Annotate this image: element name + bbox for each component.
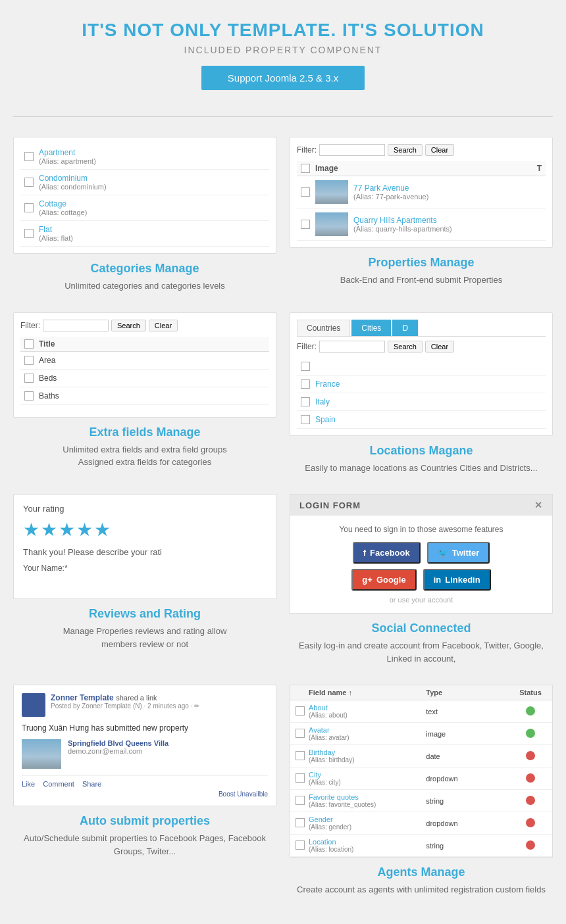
autosubmit-panel: Zonner Template shared a link Posted by … — [13, 685, 276, 806]
tab-cities[interactable]: Cities — [351, 320, 391, 336]
rating-placeholder: Thank you! Please describe your rati — [23, 547, 267, 557]
close-icon[interactable]: ✕ — [534, 500, 543, 510]
checkbox[interactable] — [296, 773, 305, 783]
status-red-icon — [526, 840, 535, 850]
fb-img-row: Springfield Blvd Queens Villa demo.zonr@… — [22, 739, 268, 769]
page-subtitle: INCLUDED PROPERTY COMPONENT — [13, 45, 553, 55]
fb-post-header: Zonner Template shared a link Posted by … — [22, 693, 268, 717]
fb-prop-title[interactable]: Springfield Blvd Queens Villa — [68, 739, 168, 747]
field-type: dropdown — [426, 819, 514, 827]
field-info: About (Alias: about) — [309, 704, 426, 719]
fb-actions: Like Comment Share — [22, 775, 268, 788]
social-feature-title: Social Connected — [290, 621, 553, 635]
country-name[interactable]: Spain — [315, 415, 336, 424]
table-row — [297, 358, 546, 376]
checkbox[interactable] — [296, 796, 305, 805]
extrafields-clear-btn[interactable]: Clear — [149, 320, 178, 331]
fb-like[interactable]: Like — [22, 780, 35, 788]
autosubmit-feature-title: Auto submit properties — [13, 814, 276, 828]
reviews-col: Your rating ★★★★★ Thank you! Please desc… — [13, 494, 276, 665]
table-row: Condominium (Alias: condominium) — [20, 170, 269, 195]
twitter-login-btn[interactable]: 🐦 Twitter — [427, 542, 490, 564]
checkbox[interactable] — [24, 374, 34, 383]
extrafields-panel: Filter: Search Clear Title Area Beds — [13, 312, 276, 418]
property-name[interactable]: 77 Park Avenue — [353, 183, 428, 193]
linkedin-login-btn[interactable]: in Linkedin — [423, 569, 491, 591]
tab-d[interactable]: D — [392, 320, 418, 336]
country-name[interactable]: France — [315, 379, 340, 389]
property-alias: (Alias: quarry-hills-apartments) — [353, 225, 452, 233]
properties-col: Filter: Search Clear Image T 77 Park Ave… — [290, 137, 553, 293]
your-rating-label: Your rating — [23, 504, 267, 514]
filter-label: Filter: — [297, 145, 317, 155]
field-status — [514, 840, 547, 851]
properties-filter-input[interactable] — [319, 144, 385, 156]
properties-clear-btn[interactable]: Clear — [425, 144, 454, 156]
checkbox[interactable] — [296, 818, 305, 827]
checkbox[interactable] — [24, 356, 34, 365]
feature-row-4: Zonner Template shared a link Posted by … — [13, 685, 553, 896]
checkbox[interactable] — [301, 397, 310, 406]
locations-col: Countries Cities D Filter: Search Clear … — [290, 312, 553, 475]
agents-feature-desc: Create account as agents with unlimited … — [290, 883, 553, 896]
checkbox[interactable] — [24, 178, 34, 187]
agents-row: Birthday (Alias: birthday) date — [290, 745, 552, 767]
extrafields-filter-input[interactable] — [43, 320, 109, 331]
fb-boost[interactable]: Boost Unavailble — [22, 790, 268, 798]
checkbox[interactable] — [24, 152, 34, 161]
checkbox[interactable] — [301, 187, 310, 197]
star-rating[interactable]: ★★★★★ — [23, 519, 267, 541]
tab-countries[interactable]: Countries — [297, 320, 350, 336]
category-name[interactable]: Apartment — [39, 148, 96, 157]
checkbox[interactable] — [296, 706, 305, 716]
locations-filter-input[interactable] — [319, 341, 385, 353]
table-row: Quarry Hills Apartments (Alias: quarry-h… — [297, 208, 546, 241]
country-name[interactable]: Italy — [315, 397, 330, 406]
checkbox[interactable] — [296, 751, 305, 760]
category-name[interactable]: Cottage — [39, 199, 87, 208]
checkbox[interactable] — [296, 729, 305, 738]
checkbox[interactable] — [301, 379, 310, 389]
agents-row: About (Alias: about) text — [290, 700, 552, 723]
checkbox[interactable] — [301, 362, 310, 371]
field-type: image — [426, 730, 514, 738]
property-name[interactable]: Quarry Hills Apartments — [353, 216, 452, 225]
extrafields-search-btn[interactable]: Search — [111, 320, 146, 331]
field-status — [514, 706, 547, 717]
google-login-btn[interactable]: g+ Google — [351, 569, 416, 591]
title-col: Title — [39, 339, 55, 349]
fb-share[interactable]: Share — [82, 780, 101, 788]
extrafields-feature-title: Extra fields Manage — [13, 426, 276, 439]
fb-action: shared a link — [116, 694, 157, 702]
checkbox[interactable] — [24, 339, 34, 349]
joomla-btn[interactable]: Support Joomla 2.5 & 3.x — [201, 66, 365, 90]
category-name[interactable]: Flat — [39, 225, 73, 234]
facebook-login-btn[interactable]: f Facebook — [353, 542, 421, 564]
fb-property-image — [22, 739, 61, 769]
property-thumbnail — [315, 180, 348, 204]
fb-comment[interactable]: Comment — [43, 780, 74, 788]
checkbox[interactable] — [296, 840, 305, 850]
locations-filter-bar: Filter: Search Clear — [297, 341, 546, 353]
checkbox[interactable] — [24, 391, 34, 401]
table-row: Baths — [20, 387, 269, 405]
checkbox[interactable] — [24, 203, 34, 212]
locations-search-btn[interactable]: Search — [388, 341, 423, 353]
table-row: Beds — [20, 370, 269, 387]
checkbox[interactable] — [301, 415, 310, 424]
autosubmit-feature-desc: Auto/Schedule submit properties to Faceb… — [13, 832, 276, 858]
checkbox[interactable] — [24, 229, 34, 238]
social-panel: LOGIN FORM ✕ You need to sign in to thos… — [290, 494, 553, 614]
header-type: Type — [426, 689, 514, 696]
locations-clear-btn[interactable]: Clear — [425, 341, 454, 353]
checkbox[interactable] — [301, 220, 310, 229]
properties-search-btn[interactable]: Search — [388, 144, 423, 156]
reviews-panel: Your rating ★★★★★ Thank you! Please desc… — [13, 494, 276, 599]
agents-panel: Field name ↑ Type Status About (Alias: a… — [290, 685, 553, 858]
agents-feature-title: Agents Manage — [290, 865, 553, 879]
login-title: LOGIN FORM — [299, 500, 361, 510]
checkbox[interactable] — [301, 164, 310, 173]
status-red-icon — [526, 818, 535, 827]
category-name[interactable]: Condominium — [39, 174, 107, 183]
fb-user-name: Zonner Template shared a link — [51, 693, 199, 702]
